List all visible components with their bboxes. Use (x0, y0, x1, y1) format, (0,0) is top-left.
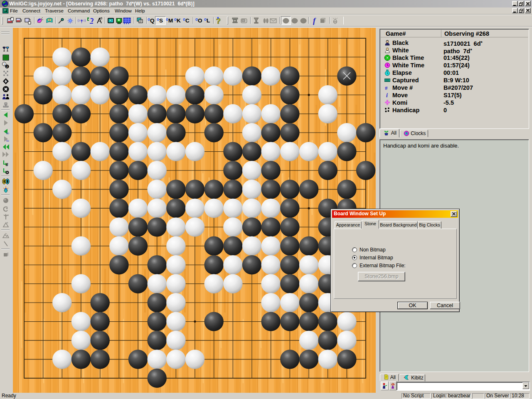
svg-text:1: 1 (3, 63, 5, 66)
svg-text:50: 50 (6, 140, 9, 142)
svg-text:f: f (313, 17, 316, 25)
svg-text:i: i (386, 92, 388, 99)
svg-text:#: # (6, 163, 8, 167)
svg-text:50: 50 (6, 132, 9, 135)
svg-text:#: # (385, 85, 388, 91)
svg-text:2: 2 (6, 65, 8, 68)
